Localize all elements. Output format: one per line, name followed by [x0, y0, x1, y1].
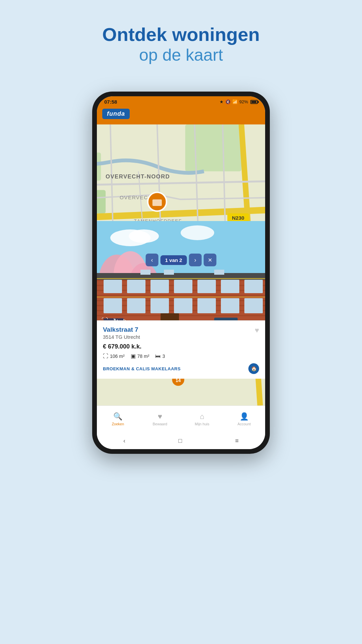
map-navigation: ‹ 1 van 2 › ✕	[146, 254, 217, 266]
svg-text:OVERVECHT-NOORD: OVERVECHT-NOORD	[106, 173, 170, 180]
svg-rect-65	[221, 298, 239, 313]
svg-rect-1	[185, 124, 242, 171]
tab-account-label: Account	[237, 422, 251, 426]
living-area-value: 106 m²	[110, 354, 125, 359]
heart-icon: ♥	[158, 412, 162, 421]
tab-account[interactable]: 👤 Account	[223, 406, 265, 432]
prev-button[interactable]: ‹	[146, 254, 159, 266]
svg-rect-63	[174, 298, 192, 313]
bedrooms-stat: 🛏 3	[155, 353, 165, 359]
mute-icon: 🔇	[225, 99, 231, 104]
wifi-icon: 📶	[232, 99, 238, 104]
title-line1: Ontdek woningen	[102, 23, 260, 45]
svg-rect-69	[97, 278, 265, 279]
agent-logo: 🏠	[248, 363, 259, 374]
living-area-stat: ⛶ 106 m²	[103, 353, 125, 359]
title-line2: op de kaart	[102, 45, 260, 65]
tab-bewaard-label: Bewaard	[153, 422, 167, 426]
page-title: Ontdek woningen op de kaart	[102, 23, 260, 65]
svg-rect-54	[197, 280, 216, 293]
recents-button[interactable]: ≡	[235, 437, 239, 444]
bed-icon: 🛏	[155, 353, 161, 359]
svg-rect-42	[97, 295, 265, 296]
status-bar: 07:58 ★ 🔇 📶 92%	[97, 96, 265, 106]
favorite-icon[interactable]: ♥	[255, 326, 259, 335]
property-title[interactable]: Valkstraat 7	[103, 326, 259, 333]
agent-name[interactable]: BROEKMAN & CALIS MAKELAARS	[103, 366, 181, 371]
funda-logo[interactable]: funda	[102, 109, 130, 119]
svg-rect-56	[244, 280, 263, 293]
svg-rect-19	[153, 199, 162, 206]
living-area-icon: ⛶	[103, 353, 108, 359]
search-icon: 🔍	[113, 412, 122, 421]
tab-bewaard[interactable]: ♥ Bewaard	[139, 406, 181, 432]
agent-row: BROEKMAN & CALIS MAKELAARS 🏠	[103, 363, 259, 374]
map-container[interactable]: A27 N230 OVERVECHT-NOORD OVERVECHT ZAMEN…	[97, 124, 265, 406]
tab-bar: 🔍 Zoeken ♥ Bewaard ⌂ Mijn huis 👤 Account	[97, 406, 265, 432]
svg-rect-53	[174, 280, 192, 293]
app-header: funda	[97, 106, 265, 124]
nav-counter: 1 van 2	[161, 255, 187, 265]
battery-icon	[250, 100, 258, 104]
tab-zoeken-label: Zoeken	[112, 422, 124, 426]
tab-mijnhuis[interactable]: ⌂ Mijn huis	[181, 406, 223, 432]
plot-area-value: 78 m²	[137, 354, 149, 359]
property-address: 3514 TG Utrecht	[103, 334, 259, 340]
svg-rect-46	[97, 315, 265, 316]
svg-rect-50	[104, 280, 122, 293]
svg-rect-51	[127, 280, 145, 293]
svg-rect-70	[97, 297, 265, 298]
next-button[interactable]: ›	[189, 254, 201, 266]
battery-text: 92%	[239, 99, 248, 104]
close-button[interactable]: ✕	[203, 254, 216, 266]
status-icons: ★ 🔇 📶 92%	[220, 99, 258, 104]
house-photo-svg	[97, 221, 265, 328]
svg-rect-62	[150, 298, 169, 313]
property-card[interactable]: ♥ Valkstraat 7 3514 TG Utrecht € 679.000…	[97, 320, 265, 379]
property-price: € 679.000 k.k.	[103, 343, 259, 350]
phone-frame: 07:58 ★ 🔇 📶 92% funda	[92, 92, 270, 454]
tab-mijnhuis-label: Mijn huis	[195, 422, 209, 426]
svg-point-31	[181, 225, 214, 240]
home-button[interactable]: □	[178, 437, 182, 444]
svg-rect-52	[150, 280, 169, 293]
android-nav: ‹ □ ≡	[97, 432, 265, 449]
svg-rect-3	[97, 190, 106, 214]
bluetooth-icon: ★	[220, 99, 224, 104]
svg-rect-55	[221, 280, 239, 293]
status-time: 07:58	[104, 99, 117, 105]
svg-text:N230: N230	[232, 215, 244, 221]
back-button[interactable]: ‹	[123, 437, 125, 444]
svg-rect-2	[97, 153, 101, 181]
property-stats: ⛶ 106 m² ▣ 78 m² 🛏 3	[103, 353, 259, 359]
svg-rect-61	[127, 298, 145, 313]
property-image[interactable]	[97, 221, 265, 328]
home-icon: ⌂	[200, 412, 204, 421]
svg-rect-59	[214, 270, 224, 275]
svg-point-30	[129, 229, 159, 243]
svg-rect-58	[164, 270, 174, 275]
tab-zoeken[interactable]: 🔍 Zoeken	[97, 406, 139, 432]
svg-rect-66	[244, 298, 263, 313]
plot-area-stat: ▣ 78 m²	[131, 353, 149, 359]
svg-rect-57	[140, 270, 150, 275]
plot-area-icon: ▣	[131, 353, 136, 359]
account-icon: 👤	[240, 412, 249, 421]
svg-rect-64	[197, 298, 216, 313]
phone-screen: 07:58 ★ 🔇 📶 92% funda	[97, 96, 265, 449]
bedrooms-value: 3	[162, 354, 165, 359]
svg-rect-60	[104, 298, 122, 313]
